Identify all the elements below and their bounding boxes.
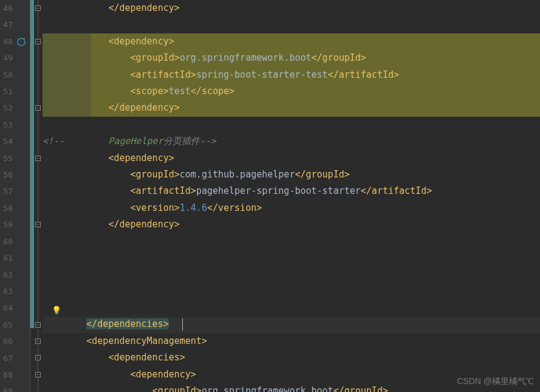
line-number: 56 <box>0 167 13 183</box>
xml-tag: </groupId> <box>295 169 349 180</box>
xml-tag: </artifactId> <box>328 69 399 80</box>
code-line[interactable]: </dependencies> <box>43 316 540 332</box>
line-number: 50 <box>0 67 13 83</box>
xml-tag: </dependency> <box>108 2 179 13</box>
xml-tag: <groupId> <box>131 52 180 63</box>
line-number: 61 <box>0 250 13 266</box>
xml-comment: 分页插件--> <box>163 136 216 146</box>
xml-text: org.springframework.boot <box>202 385 333 392</box>
line-number: 55 <box>0 150 13 167</box>
fold-toggle[interactable]: − <box>35 372 41 377</box>
xml-text: com.github.pagehelper <box>180 169 295 180</box>
code-line[interactable] <box>43 250 540 266</box>
xml-tag: <artifactId> <box>131 185 196 196</box>
fold-toggle[interactable]: − <box>35 355 41 360</box>
code-line[interactable] <box>43 266 540 283</box>
xml-tag: </groupId> <box>312 52 366 63</box>
code-line[interactable]: </dependency> <box>43 0 540 16</box>
xml-tag: </dependencies> <box>86 318 168 329</box>
xml-text: spring-boot-starter-test <box>196 69 328 80</box>
xml-tag: </dependency> <box>108 102 179 113</box>
text-caret <box>182 318 183 331</box>
line-number: 62 <box>0 267 13 283</box>
code-line[interactable]: </dependency> <box>43 216 540 233</box>
run-icon[interactable] <box>17 37 27 47</box>
xml-tag: <dependencies> <box>108 352 185 363</box>
fold-gutter[interactable]: −−−−−−−−− <box>34 0 43 392</box>
code-line[interactable] <box>43 283 540 300</box>
line-number: 68 <box>0 366 13 383</box>
xml-tag: <groupId> <box>131 169 180 180</box>
code-editor[interactable]: 4647484950515253545556575859606162636465… <box>0 0 540 392</box>
line-number: 65 <box>0 317 13 333</box>
code-line[interactable]: <!-- PageHelper分页插件--> <box>43 133 540 150</box>
xml-tag: </scope> <box>191 86 234 97</box>
xml-tag: </dependency> <box>108 219 179 230</box>
fold-toggle[interactable]: − <box>35 339 41 344</box>
code-line[interactable]: <dependencies> <box>43 349 540 366</box>
line-number: 52 <box>0 100 13 116</box>
code-line[interactable] <box>43 117 540 133</box>
line-number: 49 <box>0 50 13 66</box>
xml-text: org.springframework.boot <box>180 52 312 63</box>
line-number: 54 <box>0 133 13 150</box>
line-number: 63 <box>0 283 13 300</box>
line-number: 53 <box>0 117 13 133</box>
line-number: 51 <box>0 83 13 100</box>
code-line[interactable] <box>43 233 540 249</box>
code-line[interactable]: <groupId>org.springframework.boot</group… <box>43 50 540 66</box>
xml-text: pagehelper-spring-boot-starter <box>196 185 361 196</box>
xml-tag: <version> <box>131 202 180 213</box>
line-number: 58 <box>0 200 13 216</box>
code-line[interactable]: <artifactId>spring-boot-starter-test</ar… <box>43 67 540 83</box>
code-line[interactable]: <dependency> <box>43 150 540 167</box>
xml-tag: <scope> <box>131 86 169 97</box>
line-number: 59 <box>0 216 13 233</box>
fold-toggle[interactable]: − <box>35 105 41 111</box>
line-number: 48 <box>0 33 13 50</box>
xml-text: 1.4.6 <box>180 202 207 213</box>
code-line[interactable]: <dependency> <box>43 33 540 50</box>
line-number: 47 <box>0 16 13 33</box>
fold-toggle[interactable]: − <box>35 322 41 328</box>
fold-toggle[interactable]: − <box>35 156 41 161</box>
line-number: 67 <box>0 350 13 366</box>
xml-tag: <dependency> <box>108 36 174 47</box>
xml-tag: <artifactId> <box>131 69 196 80</box>
fold-toggle[interactable]: − <box>35 222 41 227</box>
fold-toggle[interactable]: − <box>35 5 41 11</box>
line-number: 60 <box>0 233 13 250</box>
xml-comment: PageHelper <box>108 136 163 146</box>
code-line[interactable] <box>43 16 540 33</box>
line-number: 69 <box>0 383 13 392</box>
xml-tag: </artifactId> <box>361 185 432 196</box>
code-line[interactable]: </dependency> <box>43 100 540 116</box>
xml-tag: <dependency> <box>131 369 196 380</box>
code-line[interactable]: <scope>test</scope> <box>43 83 540 100</box>
code-area[interactable]: 💡 </dependency> <dependency> <groupId>or… <box>43 0 540 392</box>
code-line[interactable]: <artifactId>pagehelper-spring-boot-start… <box>43 183 540 199</box>
line-number: 57 <box>0 183 13 199</box>
line-number: 66 <box>0 333 13 349</box>
xml-comment: <!-- <box>43 136 108 146</box>
line-number-gutter: 4647484950515253545556575859606162636465… <box>0 0 15 392</box>
xml-tag: <dependencyManagement> <box>86 335 207 346</box>
line-number: 46 <box>0 0 13 16</box>
xml-tag: <dependency> <box>108 153 174 163</box>
icons-gutter <box>15 0 30 392</box>
xml-tag: <groupId> <box>152 385 202 392</box>
xml-tag: </version> <box>207 202 262 213</box>
line-number: 64 <box>0 300 13 316</box>
code-line[interactable] <box>43 300 540 316</box>
xml-text: test <box>169 86 191 97</box>
fold-guide-line <box>38 0 38 392</box>
code-line[interactable]: <version>1.4.6</version> <box>43 200 540 216</box>
watermark: CSDN @橘里橘气℃ <box>457 376 534 387</box>
fold-toggle[interactable]: − <box>35 39 41 44</box>
code-line[interactable]: <dependencyManagement> <box>43 333 540 349</box>
xml-tag: </groupId> <box>333 385 388 392</box>
code-line[interactable]: <groupId>com.github.pagehelper</groupId> <box>43 167 540 183</box>
